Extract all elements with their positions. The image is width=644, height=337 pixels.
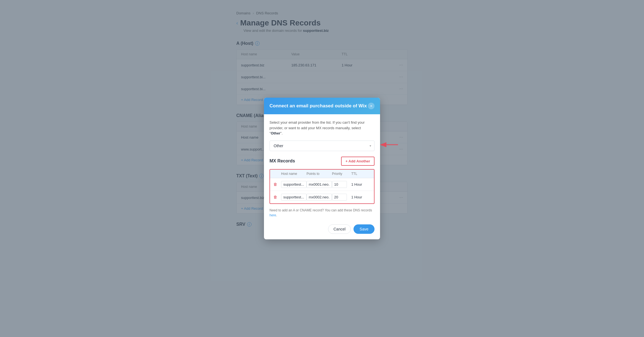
modal-wrapper: Connect an email purchased outside of Wi… <box>264 98 380 239</box>
modal-note-link[interactable]: here <box>269 213 276 217</box>
mx-records-section-header: MX Records + Add Another <box>269 157 375 166</box>
mx-priority-input[interactable] <box>332 194 347 201</box>
modal-title: Connect an email purchased outside of Wi… <box>269 103 367 109</box>
mx-table-row: 🗑 1 Hour <box>270 178 374 191</box>
mx-hostname-input[interactable] <box>281 194 307 201</box>
modal-footer: Cancel Save <box>269 223 375 234</box>
modal-note: Need to add an A or CNAME record? You ca… <box>269 208 375 218</box>
mx-hostname-input[interactable] <box>281 181 307 188</box>
mx-records-title: MX Records <box>269 159 295 164</box>
mx-points-to-input[interactable] <box>307 181 332 188</box>
provider-dropdown-container: Other ▾ <box>269 141 375 151</box>
delete-row-icon[interactable]: 🗑 <box>273 182 281 186</box>
cancel-button[interactable]: Cancel <box>328 224 351 234</box>
mx-table-header: Host name Points to Priority TTL <box>270 170 374 178</box>
modal-overlay: Connect an email purchased outside of Wi… <box>0 0 644 337</box>
delete-row-icon[interactable]: 🗑 <box>273 195 281 199</box>
mx-records-table: Host name Points to Priority TTL 🗑 1 Hou… <box>269 169 375 204</box>
modal-dialog: Connect an email purchased outside of Wi… <box>264 98 380 239</box>
modal-header: Connect an email purchased outside of Wi… <box>264 98 380 114</box>
mx-points-to-input[interactable] <box>307 194 332 201</box>
mx-ttl-value: 1 Hour <box>351 182 371 186</box>
modal-body: Select your email provider from the list… <box>264 114 380 239</box>
mx-priority-input[interactable] <box>332 181 347 188</box>
modal-description: Select your email provider from the list… <box>269 120 375 136</box>
mx-ttl-value: 1 Hour <box>351 195 371 199</box>
annotation-arrow <box>380 141 399 149</box>
mx-table-row: 🗑 1 Hour <box>270 191 374 203</box>
save-button[interactable]: Save <box>354 224 375 234</box>
add-another-button[interactable]: + Add Another <box>341 157 375 166</box>
modal-close-button[interactable]: × <box>368 103 375 109</box>
provider-dropdown[interactable]: Other <box>269 141 375 151</box>
